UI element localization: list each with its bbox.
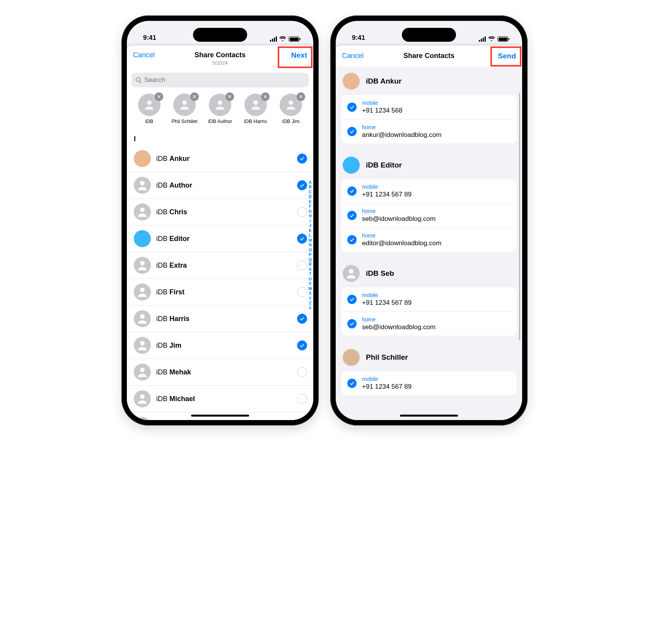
detail-check[interactable] [347,102,357,112]
contact-row[interactable]: iDB Harris [127,306,313,332]
contact-row[interactable]: iDB Extra [127,252,313,279]
detail-check[interactable] [347,295,357,304]
selection-check[interactable] [297,180,307,190]
detail-label: mobile [362,376,412,382]
index-letter[interactable]: P [309,252,312,257]
selected-contact-chip[interactable]: ✕Phil Schiller [168,94,201,124]
scrollbar-indicator[interactable] [519,93,520,340]
index-letter[interactable]: A [309,180,312,184]
index-letter[interactable]: B [309,184,312,189]
share-details-list[interactable]: iDB Ankurmobile+91 1234 568homeankur@ido… [336,67,522,395]
selection-check[interactable] [297,287,307,297]
detail-check[interactable] [347,186,357,196]
avatar [134,417,151,420]
svg-line-1 [140,81,141,83]
contact-name: iDB Mehak [156,368,292,376]
index-letter[interactable]: D [309,194,312,199]
index-letter[interactable]: S [309,267,312,272]
index-letter[interactable]: W [308,286,312,291]
contact-row[interactable]: iDB Editor [127,225,313,252]
contact-row[interactable]: iDB Michael [127,386,313,412]
home-indicator[interactable] [191,415,249,417]
contact-list[interactable]: iDB AnkuriDB AuthoriDB ChrisiDB EditoriD… [127,145,313,420]
index-letter[interactable]: # [309,306,311,310]
remove-icon[interactable]: ✕ [155,92,163,101]
contact-name: iDB Chris [156,208,292,216]
index-letter[interactable]: G [309,209,312,214]
next-button[interactable]: Next [276,51,307,60]
index-letter[interactable]: O [309,248,312,252]
index-letter[interactable]: I [310,219,311,223]
search-field[interactable] [132,73,309,87]
remove-icon[interactable]: ✕ [225,92,234,101]
cancel-button[interactable]: Cancel [133,51,164,59]
index-letter[interactable]: R [309,262,312,266]
detail-check[interactable] [347,379,357,388]
detail-check[interactable] [347,211,357,220]
index-letter[interactable]: Q [309,257,312,262]
detail-row[interactable]: mobile+91 1234 567 89 [341,179,517,203]
remove-icon[interactable]: ✕ [297,92,305,101]
selection-check[interactable] [297,260,307,270]
avatar [134,310,151,327]
contact-name: iDB Jim [156,342,292,350]
contact-row[interactable]: iDB First [127,279,313,306]
search-input[interactable] [144,76,305,84]
detail-check[interactable] [347,127,357,136]
selection-check[interactable] [297,394,307,404]
detail-row[interactable]: homeseb@idownloadblog.com [341,203,517,228]
send-button[interactable]: Send [485,52,516,60]
index-letter[interactable]: J [309,223,311,228]
home-indicator[interactable] [400,415,458,417]
selected-contact-chip[interactable]: ✕iDB Harris [239,94,272,124]
svg-point-0 [136,77,140,81]
selection-check[interactable] [297,340,307,350]
remove-icon[interactable]: ✕ [190,92,199,101]
detail-row[interactable]: mobile+91 1234 568 [341,95,517,120]
index-letter[interactable]: C [309,190,312,194]
detail-row[interactable]: homeeditor@idownloadblog.com [341,228,517,252]
selection-check[interactable] [297,314,307,324]
detail-row[interactable]: mobile+91 1234 567 89 [341,371,517,395]
selection-check[interactable] [297,367,307,377]
detail-check[interactable] [347,235,357,244]
selection-check[interactable] [297,154,307,164]
detail-row[interactable]: homeankur@idownloadblog.com [341,120,517,143]
cancel-button[interactable]: Cancel [342,52,373,60]
contact-row[interactable]: iDB Author [127,172,313,199]
contact-row[interactable]: iDB Mehak [127,359,313,386]
detail-label: mobile [362,100,402,106]
index-letter[interactable]: L [309,233,311,237]
selected-contact-chip[interactable]: ✕iDB Author [203,94,236,124]
index-letter[interactable]: H [309,214,312,218]
svg-point-7 [140,181,145,185]
avatar [134,177,151,194]
contact-row[interactable]: iDB Ankur [127,145,313,172]
index-letter[interactable]: Z [309,301,311,305]
selection-check[interactable] [297,234,307,244]
svg-point-11 [140,314,145,319]
index-letter[interactable]: E [309,199,312,204]
index-letter[interactable]: X [309,291,312,296]
index-letter[interactable]: V [309,281,312,286]
index-letter[interactable]: U [309,277,312,281]
selection-check[interactable] [297,207,307,217]
index-letter[interactable]: Y [309,296,312,301]
detail-check[interactable] [347,319,357,328]
page-title: Share Contacts [373,52,485,60]
index-letter[interactable]: F [309,204,311,208]
detail-row[interactable]: homeseb@idownloadblog.com [341,312,517,336]
index-letter[interactable]: N [309,243,312,247]
detail-row[interactable]: mobile+91 1234 567 89 [341,287,517,312]
contact-row[interactable]: iDB Jim [127,332,313,359]
svg-point-14 [140,394,145,399]
selected-contact-chip[interactable]: ✕iDB Jim [275,94,307,124]
remove-icon[interactable]: ✕ [261,92,270,101]
group-header: iDB Seb [336,259,522,285]
alphabet-index-bar[interactable]: ABCDEFGHIJKLMNOPQRSTUVWXYZ# [308,70,312,420]
index-letter[interactable]: T [309,272,311,276]
selected-contact-chip[interactable]: ✕iDB [133,94,166,124]
contact-row[interactable]: iDB Chris [127,199,313,225]
index-letter[interactable]: M [309,238,312,243]
index-letter[interactable]: K [309,228,312,233]
